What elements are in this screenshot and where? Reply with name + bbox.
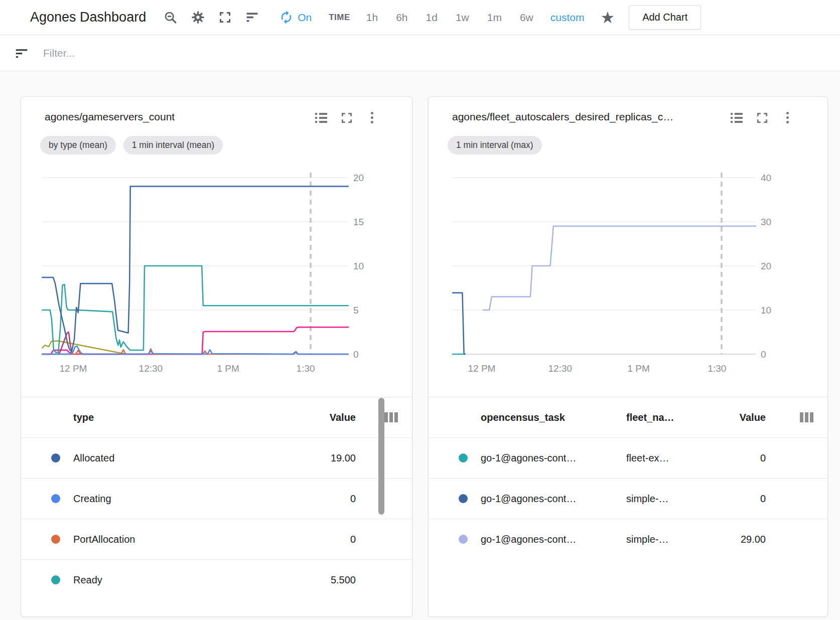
legend-row[interactable]: PortAllocation0 bbox=[21, 519, 412, 560]
legend-cell: Ready bbox=[73, 574, 281, 586]
time-range-6h[interactable]: 6h bbox=[396, 12, 407, 24]
time-range-1m[interactable]: 1m bbox=[487, 12, 502, 24]
legend-value: 19.00 bbox=[281, 452, 356, 464]
legend-value: 29.00 bbox=[680, 534, 766, 545]
legend-column-header: opencensus_task bbox=[481, 412, 626, 423]
time-range-1d[interactable]: 1d bbox=[426, 12, 438, 24]
zoom-out-search-icon[interactable] bbox=[163, 10, 178, 25]
y-axis-tick-label: 0 bbox=[761, 349, 766, 360]
legend-list-icon[interactable] bbox=[314, 111, 328, 124]
legend-cell: Allocated bbox=[73, 452, 281, 464]
x-axis-tick-label: 1:30 bbox=[297, 363, 315, 374]
legend-cell: go-1@agones-cont… bbox=[481, 452, 626, 464]
legend-column-header: fleet_na… bbox=[626, 412, 680, 423]
legend-cell: fleet-ex… bbox=[626, 452, 680, 464]
y-axis-tick-label: 40 bbox=[761, 173, 771, 183]
time-range-1h[interactable]: 1h bbox=[366, 12, 378, 24]
expand-chart-icon[interactable] bbox=[755, 111, 769, 124]
legend-row[interactable]: go-1@agones-cont…simple-…0 bbox=[429, 479, 827, 519]
y-axis-tick-label: 20 bbox=[761, 261, 771, 271]
x-axis-tick-label: 1:30 bbox=[708, 363, 726, 374]
gear-icon[interactable] bbox=[190, 10, 205, 25]
legend-row[interactable]: Ready5.500 bbox=[21, 560, 412, 600]
page-title: Agones Dashboard bbox=[30, 10, 146, 25]
y-axis-tick-label: 20 bbox=[353, 173, 364, 183]
legend-value: 0 bbox=[281, 534, 356, 545]
chart-card-gameservers-count: agones/gameservers_count by type (mean)1… bbox=[21, 96, 412, 617]
series-color-dot bbox=[459, 494, 468, 503]
dashboard-filter-bar bbox=[0, 35, 840, 71]
x-axis-tick-label: 12:30 bbox=[548, 363, 573, 374]
y-axis-tick-label: 10 bbox=[353, 261, 364, 271]
y-axis-tick-label: 10 bbox=[761, 305, 771, 316]
columns-icon[interactable] bbox=[356, 412, 398, 422]
timeseries-chart[interactable]: 0510152012 PM12:301 PM1:30 bbox=[21, 169, 413, 379]
legend-scrollbar[interactable] bbox=[378, 398, 384, 515]
legend-value: 0 bbox=[680, 493, 766, 505]
legend-row[interactable]: Creating0 bbox=[21, 479, 412, 519]
time-range-6w[interactable]: 6w bbox=[520, 12, 533, 24]
series-line-unlabeled-crimson bbox=[58, 332, 72, 354]
add-chart-button[interactable]: Add Chart bbox=[629, 5, 701, 30]
aggregation-chip[interactable]: 1 min interval (max) bbox=[448, 136, 542, 154]
series-line-simple-light bbox=[483, 226, 756, 310]
star-favorite-icon[interactable]: ★ bbox=[600, 10, 615, 25]
top-app-bar: Agones Dashboard bbox=[0, 0, 840, 35]
filter-sort-icon[interactable] bbox=[244, 10, 259, 25]
time-range-custom[interactable]: custom bbox=[550, 12, 585, 24]
legend-column-header: type bbox=[73, 412, 281, 423]
legend-table: opencensus_taskfleet_na…Valuego-1@agones… bbox=[429, 397, 827, 559]
x-axis-tick-label: 12:30 bbox=[139, 363, 163, 374]
x-axis-tick-label: 12 PM bbox=[60, 363, 87, 374]
legend-row[interactable]: Allocated19.00 bbox=[21, 438, 412, 479]
series-color-dot bbox=[459, 453, 468, 462]
aggregation-chip[interactable]: by type (mean) bbox=[40, 136, 116, 154]
time-range-1w[interactable]: 1w bbox=[456, 12, 469, 24]
time-range-group: 1h 6h 1d 1w 1m 6w bbox=[366, 12, 533, 24]
legend-header-row: opencensus_taskfleet_na…Value bbox=[429, 397, 827, 438]
legend-cell: PortAllocation bbox=[73, 534, 281, 545]
filter-list-icon bbox=[14, 46, 29, 61]
y-axis-tick-label: 5 bbox=[353, 305, 359, 316]
aggregation-chip[interactable]: 1 min interval (mean) bbox=[123, 136, 223, 154]
series-color-dot bbox=[459, 535, 468, 544]
chart-title: agones/fleet_autoscalers_desired_replica… bbox=[452, 111, 673, 123]
y-axis-tick-label: 15 bbox=[353, 217, 364, 227]
legend-list-icon[interactable] bbox=[730, 111, 743, 124]
fullscreen-icon[interactable] bbox=[217, 10, 232, 25]
aggregation-chips: 1 min interval (max) bbox=[448, 136, 542, 154]
legend-cell: go-1@agones-cont… bbox=[481, 493, 626, 505]
series-line-PortAllocation bbox=[42, 349, 348, 354]
filter-input[interactable] bbox=[42, 47, 345, 60]
legend-value-header: Value bbox=[680, 412, 766, 423]
legend-cell: simple-… bbox=[626, 493, 680, 505]
legend-cell: go-1@agones-cont… bbox=[481, 534, 626, 545]
x-axis-tick-label: 1 PM bbox=[627, 363, 649, 374]
timeseries-chart[interactable]: 01020304012 PM12:301 PM1:30 bbox=[429, 169, 828, 379]
time-label: TIME bbox=[329, 13, 350, 23]
legend-table: typeValueAllocated19.00Creating0PortAllo… bbox=[21, 397, 412, 600]
legend-row[interactable]: go-1@agones-cont…simple-…29.00 bbox=[429, 519, 827, 559]
x-axis-tick-label: 1 PM bbox=[217, 363, 239, 374]
chart-title: agones/gameservers_count bbox=[45, 111, 175, 123]
more-options-kebab-icon[interactable] bbox=[781, 111, 794, 124]
expand-chart-icon[interactable] bbox=[340, 111, 353, 124]
series-color-dot bbox=[51, 535, 60, 544]
series-color-dot bbox=[51, 494, 60, 503]
legend-value: 0 bbox=[680, 452, 766, 464]
legend-value: 0 bbox=[281, 493, 356, 505]
columns-icon[interactable] bbox=[766, 412, 813, 422]
refresh-state-label: On bbox=[298, 12, 312, 24]
chart-card-fleet-autoscalers: agones/fleet_autoscalers_desired_replica… bbox=[428, 96, 828, 617]
y-axis-tick-label: 30 bbox=[761, 217, 771, 227]
legend-value-header: Value bbox=[281, 412, 356, 423]
series-color-dot bbox=[51, 575, 60, 584]
legend-cell: Creating bbox=[73, 493, 281, 505]
legend-row[interactable]: go-1@agones-cont…fleet-ex…0 bbox=[429, 438, 827, 479]
aggregation-chips: by type (mean)1 min interval (mean) bbox=[40, 136, 223, 154]
series-line-unlabeled-magenta bbox=[42, 327, 348, 354]
legend-header-row: typeValue bbox=[21, 397, 412, 438]
auto-refresh-toggle[interactable]: On bbox=[278, 10, 312, 25]
more-options-kebab-icon[interactable] bbox=[365, 111, 379, 124]
series-line-Ready bbox=[42, 266, 348, 353]
